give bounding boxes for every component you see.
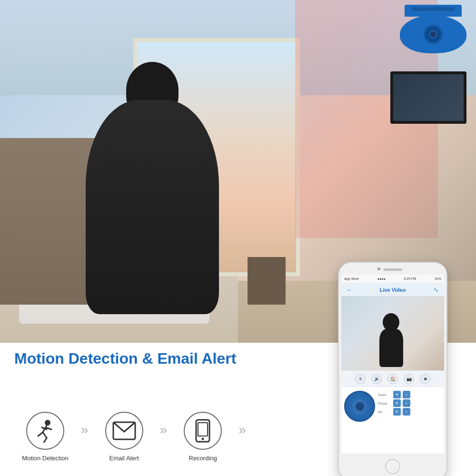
camera-body-icon (400, 15, 466, 53)
zoom-controls: Zoom + - Focus + - Iris + - (378, 391, 441, 416)
live-video-title: Live Video (354, 287, 432, 293)
phone-intruder-body (379, 329, 403, 367)
svg-line-4 (44, 438, 47, 443)
iris-plus[interactable]: + (393, 408, 401, 416)
main-container: App Store ●●●● 9:25 PM 22% ← Live Video … (0, 0, 476, 476)
svg-line-2 (38, 432, 43, 436)
phone-status-bar: App Store ●●●● 9:25 PM 22% (341, 275, 444, 283)
zoom-plus[interactable]: + (393, 391, 401, 398)
zoom-row: Zoom + - (378, 391, 441, 398)
iris-row: Iris + - (378, 408, 441, 416)
snapshot-button[interactable]: 📷 (404, 374, 414, 384)
battery-label: 22% (435, 277, 441, 280)
ptz-center (355, 401, 365, 412)
feature-motion-detection: Motion Detection (14, 412, 76, 462)
intruder-figure (86, 100, 219, 314)
phone-svg (193, 419, 212, 443)
focus-label: Focus (378, 402, 391, 405)
email-svg (112, 421, 136, 440)
camera-lens-icon (424, 25, 443, 44)
expand-button[interactable]: ⤡ (432, 286, 440, 294)
feature-recording: Recording (172, 412, 234, 462)
email-alert-label: Email Alert (109, 455, 139, 462)
zoom-minus[interactable]: - (403, 391, 410, 398)
time-label: 9:25 PM (404, 277, 416, 280)
svg-line-3 (43, 432, 47, 438)
record-button[interactable]: ⏺ (420, 374, 430, 384)
volume-button[interactable]: 🔊 (371, 374, 382, 384)
headline-text: Motion Detection & Email Alert (14, 350, 236, 367)
phone-controls: ⏸ 🔊 🏠 📷 ⏺ (341, 370, 444, 387)
intruder-body (86, 100, 219, 314)
phone-speaker (383, 268, 402, 271)
arrow-1: » (81, 422, 89, 452)
phone-video-feed (341, 297, 444, 370)
tv (390, 71, 466, 124)
phone-front-camera (377, 268, 380, 270)
feature-email-alert: Email Alert (93, 412, 155, 462)
svg-rect-9 (198, 423, 208, 436)
phone-nav-bar: ← Live Video ⤡ (341, 283, 444, 297)
store-label: App Store (344, 277, 359, 280)
camera-icon-container (400, 5, 466, 67)
phone-ptz-area: Zoom + - Focus + - Iris + - (341, 387, 444, 426)
person-run-svg (33, 419, 57, 443)
svg-line-5 (47, 428, 51, 429)
recording-label: Recording (189, 455, 217, 462)
svg-point-0 (45, 420, 50, 426)
focus-minus[interactable]: - (403, 399, 410, 407)
arrow-3: » (238, 422, 246, 452)
phone-video-intruder (372, 313, 410, 370)
email-alert-icon (105, 412, 143, 450)
svg-point-10 (202, 438, 204, 440)
ptz-wheel[interactable] (344, 391, 375, 422)
camera-lens-inner-icon (429, 30, 437, 39)
pause-button[interactable]: ⏸ (355, 374, 366, 384)
home-button[interactable]: 🏠 (387, 374, 398, 384)
arrow-2: » (160, 422, 168, 452)
nightstand (248, 257, 286, 305)
motion-detection-label: Motion Detection (22, 455, 69, 462)
tv-screen (393, 74, 464, 121)
iris-label: Iris (378, 410, 391, 414)
focus-row: Focus + - (378, 399, 441, 407)
features-row: Motion Detection » Email Alert » (14, 412, 251, 462)
motion-detection-icon (26, 412, 64, 450)
focus-plus[interactable]: + (393, 399, 401, 407)
back-button[interactable]: ← (345, 286, 354, 294)
phone-mockup: App Store ●●●● 9:25 PM 22% ← Live Video … (338, 262, 447, 476)
recording-icon (184, 412, 222, 450)
signal-icon: ●●●● (377, 277, 386, 280)
iris-minus[interactable]: - (403, 408, 410, 416)
phone-screen: App Store ●●●● 9:25 PM 22% ← Live Video … (341, 275, 444, 454)
phone-home-physical[interactable] (385, 459, 400, 474)
phone-outer: App Store ●●●● 9:25 PM 22% ← Live Video … (338, 262, 447, 476)
zoom-label: Zoom (378, 393, 391, 397)
